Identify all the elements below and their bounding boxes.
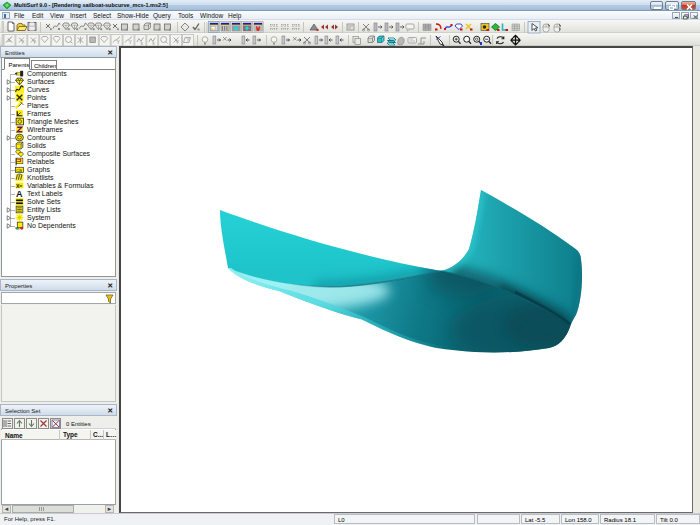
svg-text:CB: CB: [16, 168, 22, 173]
svg-text:Y: Y: [187, 38, 190, 43]
svg-text:0 Entities: 0 Entities: [66, 421, 91, 427]
svg-text:X=: X=: [15, 183, 21, 189]
